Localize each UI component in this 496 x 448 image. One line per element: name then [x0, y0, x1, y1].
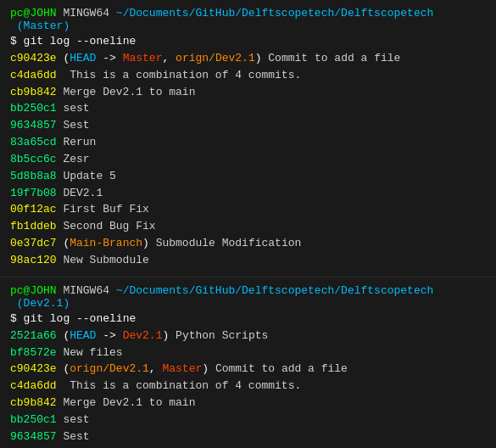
log-entry-cb9b842-dev: cb9b842 Merge Dev2.1 to main: [10, 395, 486, 412]
log-hash: 98ac120: [10, 253, 57, 269]
log-message: Commit to add a file: [209, 361, 348, 378]
log-hash: 9634857: [10, 429, 57, 445]
log-message: Update 5: [57, 169, 116, 185]
log-message: This is a combination of 4 commits.: [57, 68, 302, 84]
log-message: Sest: [57, 118, 90, 134]
log-message: New files: [57, 345, 123, 361]
terminal-window: pc@JOHN MINGW64 ~/Documents/GitHub/Delft…: [0, 0, 496, 448]
paren-close: ): [202, 361, 209, 378]
log-hash: 9634857: [10, 118, 57, 134]
log-message: Submodule Modification: [149, 236, 301, 252]
log-entry-fb1ddeb: fb1ddeb Second Bug Fix: [10, 219, 486, 235]
log-entry-19f7b08: 19f7b08 DEV2.1: [10, 186, 486, 202]
log-hash: c90423e: [10, 51, 57, 67]
log-entry-83a65cd: 83a65cd Rerun: [10, 135, 486, 151]
comma: ,: [149, 361, 163, 378]
arrow-label: ->: [96, 51, 122, 67]
log-message: Commit to add a file: [262, 51, 401, 67]
master-label: Master: [123, 51, 163, 67]
log-hash: bb250c1: [10, 412, 57, 428]
prompt-app-1: MINGW64: [57, 7, 109, 20]
master-label: Master: [162, 361, 202, 378]
command-line-2: $ git log --oneline: [10, 311, 486, 328]
command-text-1: git log --oneline: [24, 34, 137, 50]
log-hash: 0e37dc7: [10, 236, 57, 252]
paren-close: ): [162, 328, 169, 344]
log-entry-98ac120: 98ac120 New Submodule: [10, 253, 486, 269]
log-hash: 00f12ac: [10, 202, 57, 218]
prompt-path-1: ~/Documents/GitHub/Delftscopetech/Delfts…: [109, 7, 433, 20]
log-message: First Buf Fix: [57, 202, 149, 218]
log-entry-bb250c1: bb250c1 sest: [10, 101, 486, 117]
log-entry-9634857: 9634857 Sest: [10, 118, 486, 134]
log-hash: c4da6dd: [10, 378, 57, 395]
log-message: Merge Dev2.1 to main: [57, 85, 196, 101]
log-hash: 2521a66: [10, 328, 57, 344]
paren-open: (: [57, 51, 70, 67]
command-line-1: $ git log --oneline: [10, 34, 486, 50]
log-hash: 19f7b08: [10, 186, 57, 202]
origin-label: orign/Dev2.1: [176, 51, 255, 67]
dev-label: Dev2.1: [123, 328, 163, 344]
log-message: DEV2.1: [57, 186, 103, 202]
log-entry-bb250c1-dev: bb250c1 sest: [10, 412, 486, 428]
log-message: Sest: [57, 429, 90, 445]
paren-open: (: [57, 236, 70, 252]
arrow-label: ->: [96, 328, 122, 344]
paren-close: ): [255, 51, 262, 67]
head-label: HEAD: [70, 328, 96, 344]
log-hash: 83a65cd: [10, 135, 57, 151]
log-entry-c90423e-dev: c90423e (orign/Dev2.1, Master) Commit to…: [10, 361, 486, 378]
log-entry-c4da6dd-dev: c4da6dd This is a combination of 4 commi…: [10, 378, 486, 395]
prompt-line-2: pc@JOHN MINGW64 ~/Documents/GitHub/Delft…: [10, 284, 486, 310]
log-hash: cb9b842: [10, 85, 57, 101]
log-hash: c4da6dd: [10, 68, 57, 84]
prompt-user-1: pc@JOHN: [10, 7, 57, 20]
log-message: Rerun: [57, 135, 97, 151]
head-label: HEAD: [70, 51, 96, 67]
log-message: Python Scripts: [169, 328, 268, 344]
log-message: sest: [57, 101, 90, 117]
log-entry-8b5cc6c: 8b5cc6c Zesr: [10, 152, 486, 168]
command-text-2: git log --oneline: [24, 311, 137, 328]
terminal-section-dev: pc@JOHN MINGW64 ~/Documents/GitHub/Delft…: [0, 277, 496, 448]
log-entry-5d8b8a8: 5d8b8a8 Update 5: [10, 169, 486, 185]
log-hash: c90423e: [10, 361, 57, 378]
log-entry-cb9b842: cb9b842 Merge Dev2.1 to main: [10, 85, 486, 101]
log-entry-c4da6dd: c4da6dd This is a combination of 4 commi…: [10, 68, 486, 84]
log-entry-bf8572e: bf8572e New files: [10, 345, 486, 361]
comma: ,: [162, 51, 176, 67]
log-message: Zesr: [57, 152, 90, 168]
log-hash: fb1ddeb: [10, 219, 57, 235]
origin-dev-label: orign/Dev2.1: [70, 361, 149, 378]
prompt-path-2: ~/Documents/GitHub/Delftscopetech/Delfts…: [109, 284, 433, 297]
prompt-app-2: MINGW64: [57, 284, 109, 297]
log-hash: 5d8b8a8: [10, 169, 57, 185]
log-message: Merge Dev2.1 to main: [57, 395, 196, 412]
paren-open: (: [57, 361, 70, 378]
prompt-branch-1: (Master): [10, 20, 70, 32]
log-message: Second Bug Fix: [57, 219, 156, 235]
paren-close: ): [142, 236, 149, 252]
main-branch-label: Main-Branch: [70, 236, 142, 252]
log-message: This is a combination of 4 commits.: [57, 378, 302, 395]
log-hash: cb9b842: [10, 395, 57, 412]
dollar-sign-1: $: [10, 34, 24, 50]
log-hash: bb250c1: [10, 101, 57, 117]
paren-open: (: [57, 328, 70, 344]
dollar-sign-2: $: [10, 311, 24, 328]
prompt-user-2: pc@JOHN: [10, 284, 57, 297]
log-hash: 8b5cc6c: [10, 152, 57, 168]
log-entry-c90423e: c90423e (HEAD -> Master, orign/Dev2.1) C…: [10, 51, 486, 67]
terminal-section-master: pc@JOHN MINGW64 ~/Documents/GitHub/Delft…: [0, 0, 496, 277]
log-entry-0e37dc7: 0e37dc7 (Main-Branch) Submodule Modifica…: [10, 236, 486, 252]
prompt-branch-2: (Dev2.1): [10, 297, 70, 310]
log-hash: bf8572e: [10, 345, 57, 361]
log-message: New Submodule: [57, 253, 149, 269]
log-entry-9634857-dev: 9634857 Sest: [10, 429, 486, 445]
log-message: sest: [57, 412, 90, 428]
log-entry-00f12ac: 00f12ac First Buf Fix: [10, 202, 486, 218]
log-entry-2521a66: 2521a66 (HEAD -> Dev2.1) Python Scripts: [10, 328, 486, 344]
prompt-line-1: pc@JOHN MINGW64 ~/Documents/GitHub/Delft…: [10, 7, 486, 32]
